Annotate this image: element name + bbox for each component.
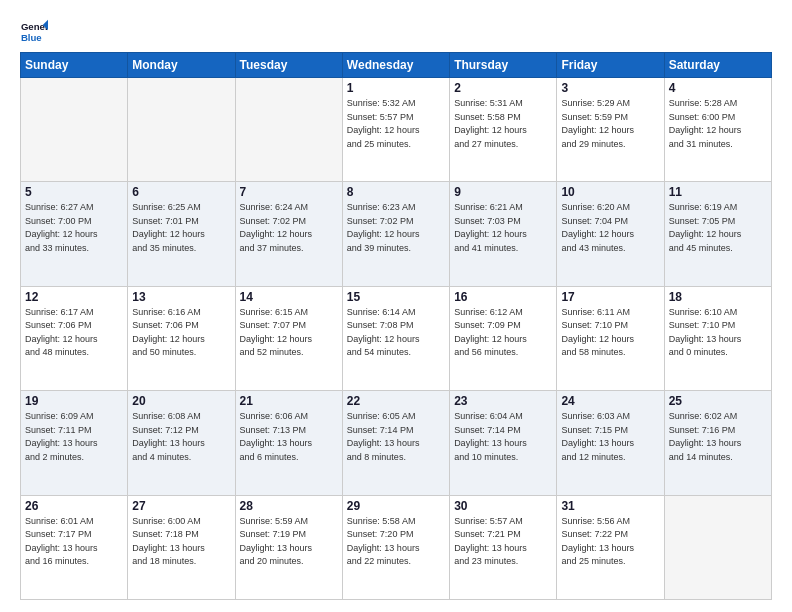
week-row-1: 1Sunrise: 5:32 AM Sunset: 5:57 PM Daylig…: [21, 78, 772, 182]
day-cell-17: 17Sunrise: 6:11 AM Sunset: 7:10 PM Dayli…: [557, 286, 664, 390]
weekday-header-friday: Friday: [557, 53, 664, 78]
logo: General Blue: [20, 18, 48, 46]
header: General Blue: [20, 18, 772, 46]
day-cell-2: 2Sunrise: 5:31 AM Sunset: 5:58 PM Daylig…: [450, 78, 557, 182]
day-cell-3: 3Sunrise: 5:29 AM Sunset: 5:59 PM Daylig…: [557, 78, 664, 182]
day-cell-6: 6Sunrise: 6:25 AM Sunset: 7:01 PM Daylig…: [128, 182, 235, 286]
day-cell-14: 14Sunrise: 6:15 AM Sunset: 7:07 PM Dayli…: [235, 286, 342, 390]
day-info: Sunrise: 6:12 AM Sunset: 7:09 PM Dayligh…: [454, 306, 552, 360]
day-info: Sunrise: 5:29 AM Sunset: 5:59 PM Dayligh…: [561, 97, 659, 151]
day-cell-12: 12Sunrise: 6:17 AM Sunset: 7:06 PM Dayli…: [21, 286, 128, 390]
day-number: 13: [132, 290, 230, 304]
day-number: 27: [132, 499, 230, 513]
day-info: Sunrise: 6:00 AM Sunset: 7:18 PM Dayligh…: [132, 515, 230, 569]
day-cell-22: 22Sunrise: 6:05 AM Sunset: 7:14 PM Dayli…: [342, 391, 449, 495]
day-info: Sunrise: 6:23 AM Sunset: 7:02 PM Dayligh…: [347, 201, 445, 255]
day-cell-26: 26Sunrise: 6:01 AM Sunset: 7:17 PM Dayli…: [21, 495, 128, 599]
weekday-header-wednesday: Wednesday: [342, 53, 449, 78]
day-cell-28: 28Sunrise: 5:59 AM Sunset: 7:19 PM Dayli…: [235, 495, 342, 599]
day-info: Sunrise: 5:32 AM Sunset: 5:57 PM Dayligh…: [347, 97, 445, 151]
svg-text:Blue: Blue: [21, 32, 42, 43]
day-cell-16: 16Sunrise: 6:12 AM Sunset: 7:09 PM Dayli…: [450, 286, 557, 390]
svg-text:General: General: [21, 21, 48, 32]
day-number: 10: [561, 185, 659, 199]
logo-icon: General Blue: [20, 18, 48, 46]
week-row-5: 26Sunrise: 6:01 AM Sunset: 7:17 PM Dayli…: [21, 495, 772, 599]
day-info: Sunrise: 6:19 AM Sunset: 7:05 PM Dayligh…: [669, 201, 767, 255]
weekday-header-sunday: Sunday: [21, 53, 128, 78]
day-cell-4: 4Sunrise: 5:28 AM Sunset: 6:00 PM Daylig…: [664, 78, 771, 182]
day-info: Sunrise: 6:05 AM Sunset: 7:14 PM Dayligh…: [347, 410, 445, 464]
day-cell-10: 10Sunrise: 6:20 AM Sunset: 7:04 PM Dayli…: [557, 182, 664, 286]
week-row-4: 19Sunrise: 6:09 AM Sunset: 7:11 PM Dayli…: [21, 391, 772, 495]
day-number: 9: [454, 185, 552, 199]
day-cell-5: 5Sunrise: 6:27 AM Sunset: 7:00 PM Daylig…: [21, 182, 128, 286]
day-info: Sunrise: 6:11 AM Sunset: 7:10 PM Dayligh…: [561, 306, 659, 360]
day-info: Sunrise: 6:27 AM Sunset: 7:00 PM Dayligh…: [25, 201, 123, 255]
day-number: 28: [240, 499, 338, 513]
day-number: 17: [561, 290, 659, 304]
day-info: Sunrise: 5:58 AM Sunset: 7:20 PM Dayligh…: [347, 515, 445, 569]
empty-cell: [128, 78, 235, 182]
day-number: 29: [347, 499, 445, 513]
week-row-2: 5Sunrise: 6:27 AM Sunset: 7:00 PM Daylig…: [21, 182, 772, 286]
day-number: 8: [347, 185, 445, 199]
day-number: 16: [454, 290, 552, 304]
day-cell-9: 9Sunrise: 6:21 AM Sunset: 7:03 PM Daylig…: [450, 182, 557, 286]
day-cell-30: 30Sunrise: 5:57 AM Sunset: 7:21 PM Dayli…: [450, 495, 557, 599]
weekday-header-monday: Monday: [128, 53, 235, 78]
weekday-header-row: SundayMondayTuesdayWednesdayThursdayFrid…: [21, 53, 772, 78]
day-number: 23: [454, 394, 552, 408]
day-number: 3: [561, 81, 659, 95]
day-info: Sunrise: 6:24 AM Sunset: 7:02 PM Dayligh…: [240, 201, 338, 255]
day-cell-7: 7Sunrise: 6:24 AM Sunset: 7:02 PM Daylig…: [235, 182, 342, 286]
week-row-3: 12Sunrise: 6:17 AM Sunset: 7:06 PM Dayli…: [21, 286, 772, 390]
empty-cell: [235, 78, 342, 182]
day-number: 2: [454, 81, 552, 95]
day-info: Sunrise: 5:56 AM Sunset: 7:22 PM Dayligh…: [561, 515, 659, 569]
calendar-page: General Blue SundayMondayTuesdayWednesda…: [0, 0, 792, 612]
day-number: 18: [669, 290, 767, 304]
day-number: 14: [240, 290, 338, 304]
day-info: Sunrise: 6:16 AM Sunset: 7:06 PM Dayligh…: [132, 306, 230, 360]
day-info: Sunrise: 5:28 AM Sunset: 6:00 PM Dayligh…: [669, 97, 767, 151]
day-number: 1: [347, 81, 445, 95]
day-info: Sunrise: 6:06 AM Sunset: 7:13 PM Dayligh…: [240, 410, 338, 464]
day-info: Sunrise: 6:20 AM Sunset: 7:04 PM Dayligh…: [561, 201, 659, 255]
weekday-header-saturday: Saturday: [664, 53, 771, 78]
day-cell-15: 15Sunrise: 6:14 AM Sunset: 7:08 PM Dayli…: [342, 286, 449, 390]
day-cell-13: 13Sunrise: 6:16 AM Sunset: 7:06 PM Dayli…: [128, 286, 235, 390]
calendar-table: SundayMondayTuesdayWednesdayThursdayFrid…: [20, 52, 772, 600]
weekday-header-thursday: Thursday: [450, 53, 557, 78]
day-number: 22: [347, 394, 445, 408]
day-number: 20: [132, 394, 230, 408]
day-info: Sunrise: 6:15 AM Sunset: 7:07 PM Dayligh…: [240, 306, 338, 360]
day-number: 31: [561, 499, 659, 513]
day-cell-23: 23Sunrise: 6:04 AM Sunset: 7:14 PM Dayli…: [450, 391, 557, 495]
day-info: Sunrise: 6:10 AM Sunset: 7:10 PM Dayligh…: [669, 306, 767, 360]
day-number: 24: [561, 394, 659, 408]
day-cell-8: 8Sunrise: 6:23 AM Sunset: 7:02 PM Daylig…: [342, 182, 449, 286]
day-number: 4: [669, 81, 767, 95]
day-cell-29: 29Sunrise: 5:58 AM Sunset: 7:20 PM Dayli…: [342, 495, 449, 599]
day-number: 5: [25, 185, 123, 199]
day-cell-19: 19Sunrise: 6:09 AM Sunset: 7:11 PM Dayli…: [21, 391, 128, 495]
day-cell-1: 1Sunrise: 5:32 AM Sunset: 5:57 PM Daylig…: [342, 78, 449, 182]
day-number: 26: [25, 499, 123, 513]
day-cell-25: 25Sunrise: 6:02 AM Sunset: 7:16 PM Dayli…: [664, 391, 771, 495]
day-info: Sunrise: 5:57 AM Sunset: 7:21 PM Dayligh…: [454, 515, 552, 569]
day-cell-24: 24Sunrise: 6:03 AM Sunset: 7:15 PM Dayli…: [557, 391, 664, 495]
day-info: Sunrise: 6:01 AM Sunset: 7:17 PM Dayligh…: [25, 515, 123, 569]
day-cell-31: 31Sunrise: 5:56 AM Sunset: 7:22 PM Dayli…: [557, 495, 664, 599]
day-info: Sunrise: 6:09 AM Sunset: 7:11 PM Dayligh…: [25, 410, 123, 464]
day-info: Sunrise: 6:21 AM Sunset: 7:03 PM Dayligh…: [454, 201, 552, 255]
day-cell-21: 21Sunrise: 6:06 AM Sunset: 7:13 PM Dayli…: [235, 391, 342, 495]
day-number: 25: [669, 394, 767, 408]
day-cell-27: 27Sunrise: 6:00 AM Sunset: 7:18 PM Dayli…: [128, 495, 235, 599]
day-cell-11: 11Sunrise: 6:19 AM Sunset: 7:05 PM Dayli…: [664, 182, 771, 286]
day-number: 11: [669, 185, 767, 199]
day-info: Sunrise: 5:31 AM Sunset: 5:58 PM Dayligh…: [454, 97, 552, 151]
day-info: Sunrise: 6:17 AM Sunset: 7:06 PM Dayligh…: [25, 306, 123, 360]
day-info: Sunrise: 6:04 AM Sunset: 7:14 PM Dayligh…: [454, 410, 552, 464]
day-cell-20: 20Sunrise: 6:08 AM Sunset: 7:12 PM Dayli…: [128, 391, 235, 495]
